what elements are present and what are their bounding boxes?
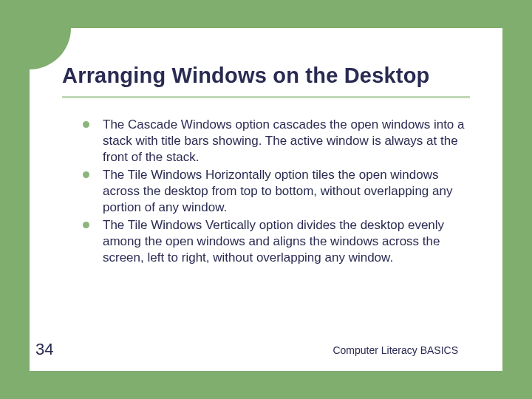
page-number: 34 (35, 340, 53, 359)
title-underline (62, 96, 470, 98)
bullet-icon (83, 121, 89, 128)
slide-title: Arranging Windows on the Desktop (62, 64, 430, 88)
bullet-text: The Tile Windows Horizontally option til… (103, 167, 467, 216)
bullet-text: The Tile Windows Vertically option divid… (103, 217, 467, 266)
bullet-icon (83, 171, 89, 178)
list-item: The Tile Windows Horizontally option til… (83, 167, 467, 216)
slide-content: The Cascade Windows option cascades the … (83, 117, 467, 267)
bullet-text: The Cascade Windows option cascades the … (103, 117, 467, 166)
list-item: The Cascade Windows option cascades the … (83, 117, 467, 166)
list-item: The Tile Windows Vertically option divid… (83, 217, 467, 266)
slide: Arranging Windows on the Desktop The Cas… (30, 28, 502, 371)
bullet-icon (83, 222, 89, 228)
footer-text: Computer Literacy BASICS (332, 344, 458, 356)
